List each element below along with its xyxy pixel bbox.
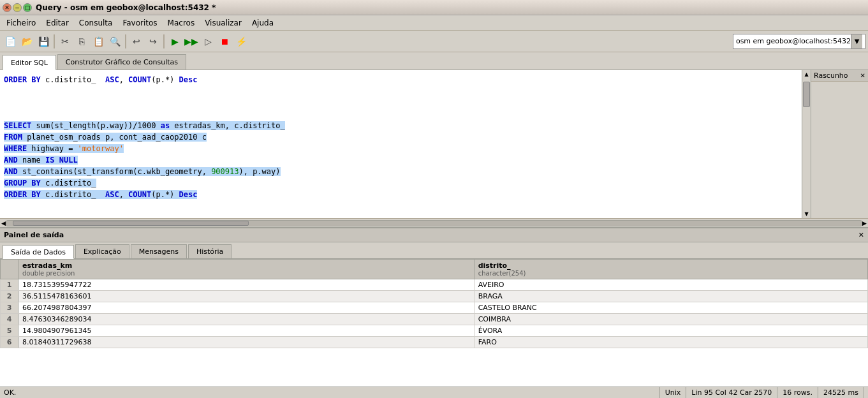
hscroll-left-arrow[interactable]: ◀ [1,220,6,226]
cell-distrito: COIMBRA [474,314,867,325]
table-row: 2 36.5115478163601 BRAGA [1,291,868,302]
table-body: 1 18.7315395947722 AVEIRO 2 36.511547816… [1,279,868,348]
row-number: 2 [1,291,18,302]
out-tab-mensagens[interactable]: Mensagens [131,244,187,258]
maximize-button[interactable]: □ [23,3,32,12]
row-number: 6 [1,337,18,348]
table-row: 4 8.47630346289034 COIMBRA [1,314,868,325]
menu-visualizar[interactable]: Visualizar [200,17,247,29]
toolbar: 📄 📂 💾 ✂ ⎘ 📋 🔍 ↩ ↪ ▶ ▶▶ ▷ ⏹ ⚡ osm em geob… [0,31,868,52]
rascunho-label: Rascunho [814,71,848,80]
tb-sep2 [125,34,126,48]
cell-distrito: FARO [474,337,867,348]
tb-search-button[interactable]: 🔍 [107,34,122,49]
cell-estradas: 66.2074987804397 [18,302,474,314]
menu-favoritos[interactable]: Favoritos [117,17,162,29]
titlebar: ✕ − □ Query - osm em geobox@localhost:54… [0,0,868,15]
sql-editor[interactable]: ORDER BY c.distrito_ ASC, COUNT(p.*) Des… [0,70,802,218]
cell-estradas: 18.7315395947722 [18,279,474,291]
tab-construtor[interactable]: Construtor Gráfico de Consultas [57,54,186,70]
menu-consulta[interactable]: Consulta [74,17,118,29]
tb-copy-button[interactable]: ⎘ [74,34,89,49]
cell-distrito: ÉVORA [474,325,867,337]
editor-tabs: Editor SQL Construtor Gráfico de Consult… [0,52,868,70]
app-wrapper: ✕ − □ Query - osm em geobox@localhost:54… [0,0,868,398]
tb-undo-button[interactable]: ↩ [129,34,144,49]
col-estradas-header: estradas_km double precision [18,260,474,279]
status-ok: OK. [4,387,660,398]
window-title: Query - osm em geobox@localhost:5432 * [36,3,216,12]
results-table: estradas_km double precision distrito_ c… [0,259,868,348]
tb-cut-button[interactable]: ✂ [57,34,73,49]
tab-editor-sql[interactable]: Editor SQL [3,55,56,70]
output-panel-title: Painel de saída [4,231,64,239]
tb-new-button[interactable]: 📄 [3,34,18,49]
row-number: 5 [1,325,18,337]
out-tab-historia[interactable]: História [188,244,232,258]
connection-value: osm em geobox@localhost:5432 [736,37,851,45]
hscroll-right-arrow[interactable]: ▶ [862,220,867,226]
tb-save-button[interactable]: 💾 [36,34,51,49]
editor-inner: ORDER BY c.distrito_ ASC, COUNT(p.*) Des… [0,70,868,218]
editor-hscrollbar[interactable]: ◀ ▶ [0,218,868,227]
table-row: 3 66.2074987804397 CASTELO BRANC [1,302,868,314]
menubar: Ficheiro Editar Consulta Favoritos Macro… [0,15,868,31]
tb-sep3 [163,34,165,48]
tb-redo-button[interactable]: ↪ [145,34,161,49]
connection-selector[interactable]: osm em geobox@localhost:5432 ▼ [733,34,865,49]
tb-paste-button[interactable]: 📋 [91,34,106,49]
menu-macros[interactable]: Macros [163,17,200,29]
tb-sep1 [54,34,55,48]
table-row: 6 8.01840311729638 FARO [1,337,868,348]
menu-editar[interactable]: Editar [41,17,74,29]
rascunho-panel: Rascunho ✕ [811,70,868,218]
row-number: 4 [1,314,18,325]
window-buttons: ✕ − □ [3,3,32,12]
tb-stop-button[interactable]: ⏹ [217,34,232,49]
vscroll-thumb[interactable] [803,82,810,107]
col-distrito-header: distrito_ character(254) [474,260,867,279]
close-button[interactable]: ✕ [3,3,11,12]
editor-vscrollbar[interactable]: ▲ ▼ [802,70,811,218]
status-encoding: Unix [660,387,687,398]
rascunho-header: Rascunho ✕ [811,70,868,82]
vscroll-up-arrow[interactable]: ▲ [803,70,809,78]
status-time: 24525 ms [818,387,864,398]
cell-distrito: AVEIRO [474,279,867,291]
out-tab-explicacao[interactable]: Explicação [75,244,129,258]
row-num-header [1,260,18,279]
statusbar: OK. Unix Lin 95 Col 42 Car 2570 16 rows.… [0,387,868,398]
output-panel: Painel de saída ✕ Saída de Dados Explica… [0,227,868,387]
tb-run-sel-button[interactable]: ▶▶ [184,34,199,49]
menu-ficheiro[interactable]: Ficheiro [1,17,41,29]
tb-open-button[interactable]: 📂 [19,34,34,49]
cell-estradas: 8.47630346289034 [18,314,474,325]
cell-estradas: 8.01840311729638 [18,337,474,348]
hscroll-thumb[interactable] [13,221,249,226]
tb-explain-button[interactable]: ⚡ [233,34,249,49]
table-row: 5 14.9804907961345 ÉVORA [1,325,868,337]
hscroll-track [6,220,862,226]
status-position: Lin 95 Col 42 Car 2570 [686,387,777,398]
minimize-button[interactable]: − [13,3,22,12]
cell-estradas: 14.9804907961345 [18,325,474,337]
cell-estradas: 36.5115478163601 [18,291,474,302]
output-close-icon[interactable]: ✕ [858,231,864,239]
output-header: Painel de saída ✕ [0,228,868,242]
editor-section: Editor SQL Construtor Gráfico de Consult… [0,52,868,227]
cell-distrito: BRAGA [474,291,867,302]
vscroll-down-arrow[interactable]: ▼ [803,210,809,218]
tb-run-step-button[interactable]: ▷ [200,34,216,49]
table-row: 1 18.7315395947722 AVEIRO [1,279,868,291]
out-tab-saida[interactable]: Saída de Dados [3,245,74,259]
status-rows: 16 rows. [777,387,818,398]
row-number: 1 [1,279,18,291]
cell-distrito: CASTELO BRANC [474,302,867,314]
menu-ajuda[interactable]: Ajuda [247,17,279,29]
tb-run-button[interactable]: ▶ [167,34,182,49]
vscroll-track [802,78,811,210]
connection-dropdown-arrow[interactable]: ▼ [851,34,862,48]
data-table-container: estradas_km double precision distrito_ c… [0,259,868,387]
rascunho-close-icon[interactable]: ✕ [860,72,865,79]
row-number: 3 [1,302,18,314]
